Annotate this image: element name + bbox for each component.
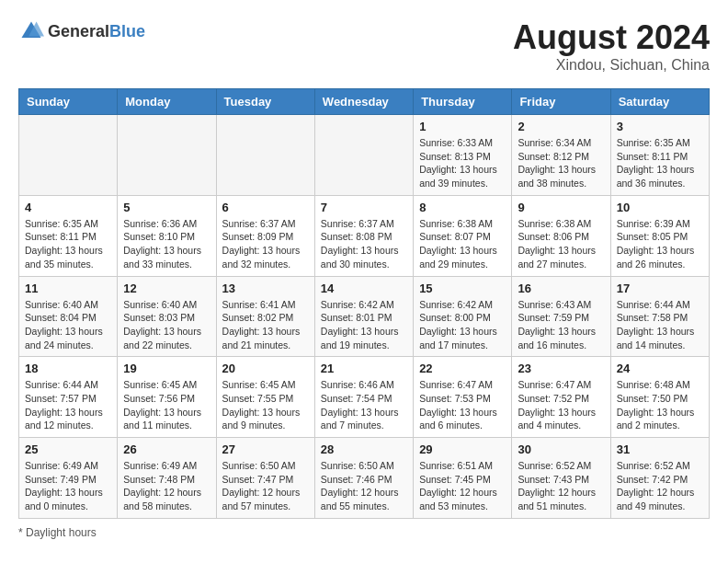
week-row-1: 1Sunrise: 6:33 AM Sunset: 8:13 PM Daylig… [19,115,710,196]
weekday-header-thursday: Thursday [414,89,512,115]
calendar-cell: 31Sunrise: 6:52 AM Sunset: 7:42 PM Dayli… [610,438,709,519]
calendar-cell: 17Sunrise: 6:44 AM Sunset: 7:58 PM Dayli… [610,276,709,357]
day-info: Sunrise: 6:36 AM Sunset: 8:10 PM Dayligh… [123,217,210,271]
day-number: 5 [123,201,210,214]
weekday-header-friday: Friday [512,89,610,115]
day-info: Sunrise: 6:38 AM Sunset: 8:07 PM Dayligh… [419,217,506,271]
day-number: 2 [518,120,604,133]
day-info: Sunrise: 6:42 AM Sunset: 8:01 PM Dayligh… [321,298,407,352]
weekday-header-saturday: Saturday [610,89,709,115]
calendar-cell: 19Sunrise: 6:45 AM Sunset: 7:56 PM Dayli… [118,357,216,438]
day-number: 14 [321,282,407,295]
calendar-cell: 18Sunrise: 6:44 AM Sunset: 7:57 PM Dayli… [19,357,118,438]
calendar-cell: 4Sunrise: 6:35 AM Sunset: 8:11 PM Daylig… [19,195,118,276]
day-number: 15 [419,282,506,295]
day-info: Sunrise: 6:51 AM Sunset: 7:45 PM Dayligh… [419,459,506,513]
day-number: 26 [123,442,210,456]
calendar-cell: 3Sunrise: 6:35 AM Sunset: 8:11 PM Daylig… [610,115,709,196]
day-info: Sunrise: 6:45 AM Sunset: 7:56 PM Dayligh… [123,378,210,432]
calendar-cell: 1Sunrise: 6:33 AM Sunset: 8:13 PM Daylig… [414,115,512,196]
month-year-title: August 2024 [513,18,710,57]
day-number: 9 [518,201,604,214]
calendar-cell: 23Sunrise: 6:47 AM Sunset: 7:52 PM Dayli… [512,357,610,438]
day-info: Sunrise: 6:49 AM Sunset: 7:49 PM Dayligh… [25,459,111,513]
week-row-3: 11Sunrise: 6:40 AM Sunset: 8:04 PM Dayli… [19,276,710,357]
day-number: 8 [419,201,506,214]
day-number: 20 [222,362,309,375]
calendar-cell: 21Sunrise: 6:46 AM Sunset: 7:54 PM Dayli… [314,357,413,438]
calendar-cell [314,115,413,196]
day-info: Sunrise: 6:35 AM Sunset: 8:11 PM Dayligh… [25,217,111,271]
calendar-cell: 30Sunrise: 6:52 AM Sunset: 7:43 PM Dayli… [512,438,610,519]
day-info: Sunrise: 6:43 AM Sunset: 7:59 PM Dayligh… [518,298,604,352]
calendar-cell [118,115,216,196]
calendar-cell: 5Sunrise: 6:36 AM Sunset: 8:10 PM Daylig… [118,195,216,276]
weekday-header-monday: Monday [118,89,216,115]
day-info: Sunrise: 6:44 AM Sunset: 7:57 PM Dayligh… [25,378,111,432]
calendar-cell: 24Sunrise: 6:48 AM Sunset: 7:50 PM Dayli… [610,357,709,438]
day-number: 10 [617,201,703,214]
day-info: Sunrise: 6:45 AM Sunset: 7:55 PM Dayligh… [222,378,309,432]
calendar-cell: 12Sunrise: 6:40 AM Sunset: 8:03 PM Dayli… [118,276,216,357]
calendar-cell: 13Sunrise: 6:41 AM Sunset: 8:02 PM Dayli… [216,276,314,357]
day-number: 11 [25,282,111,295]
day-number: 30 [518,442,604,456]
day-number: 25 [25,442,111,456]
day-number: 31 [617,442,703,456]
footer-note: * Daylight hours [18,526,710,539]
logo-general: General [48,22,109,40]
day-number: 22 [419,362,506,375]
day-number: 24 [617,362,703,375]
day-info: Sunrise: 6:39 AM Sunset: 8:05 PM Dayligh… [617,217,703,271]
week-row-5: 25Sunrise: 6:49 AM Sunset: 7:49 PM Dayli… [19,438,710,519]
calendar-table: SundayMondayTuesdayWednesdayThursdayFrid… [18,88,710,519]
day-number: 19 [123,362,210,375]
day-info: Sunrise: 6:34 AM Sunset: 8:12 PM Dayligh… [518,136,604,190]
calendar-cell: 25Sunrise: 6:49 AM Sunset: 7:49 PM Dayli… [19,438,118,519]
day-info: Sunrise: 6:40 AM Sunset: 8:04 PM Dayligh… [25,298,111,352]
day-number: 7 [321,201,407,214]
day-number: 12 [123,282,210,295]
day-number: 4 [25,201,111,214]
calendar-cell: 29Sunrise: 6:51 AM Sunset: 7:45 PM Dayli… [414,438,512,519]
footer-note-text: Daylight hours [26,526,97,539]
day-info: Sunrise: 6:52 AM Sunset: 7:42 PM Dayligh… [617,459,703,513]
day-number: 17 [617,282,703,295]
calendar-cell: 28Sunrise: 6:50 AM Sunset: 7:46 PM Dayli… [314,438,413,519]
logo-blue: Blue [109,22,145,40]
logo: GeneralBlue [18,18,145,44]
day-info: Sunrise: 6:37 AM Sunset: 8:08 PM Dayligh… [321,217,407,271]
calendar-cell: 16Sunrise: 6:43 AM Sunset: 7:59 PM Dayli… [512,276,610,357]
calendar-cell [19,115,118,196]
week-row-4: 18Sunrise: 6:44 AM Sunset: 7:57 PM Dayli… [19,357,710,438]
day-info: Sunrise: 6:38 AM Sunset: 8:06 PM Dayligh… [518,217,604,271]
calendar-cell: 9Sunrise: 6:38 AM Sunset: 8:06 PM Daylig… [512,195,610,276]
day-info: Sunrise: 6:52 AM Sunset: 7:43 PM Dayligh… [518,459,604,513]
calendar-cell: 7Sunrise: 6:37 AM Sunset: 8:08 PM Daylig… [314,195,413,276]
location-subtitle: Xindou, Sichuan, China [513,57,710,74]
day-number: 21 [321,362,407,375]
day-info: Sunrise: 6:49 AM Sunset: 7:48 PM Dayligh… [123,459,210,513]
calendar-cell: 6Sunrise: 6:37 AM Sunset: 8:09 PM Daylig… [216,195,314,276]
day-number: 23 [518,362,604,375]
day-number: 13 [222,282,309,295]
day-info: Sunrise: 6:33 AM Sunset: 8:13 PM Dayligh… [419,136,506,190]
calendar-cell: 15Sunrise: 6:42 AM Sunset: 8:00 PM Dayli… [414,276,512,357]
day-number: 27 [222,442,309,456]
calendar-cell: 14Sunrise: 6:42 AM Sunset: 8:01 PM Dayli… [314,276,413,357]
day-info: Sunrise: 6:42 AM Sunset: 8:00 PM Dayligh… [419,298,506,352]
title-block: August 2024 Xindou, Sichuan, China [513,18,710,74]
calendar-cell: 26Sunrise: 6:49 AM Sunset: 7:48 PM Dayli… [118,438,216,519]
page-header: GeneralBlue August 2024 Xindou, Sichuan,… [18,18,710,74]
logo-icon [18,18,44,44]
weekday-header-row: SundayMondayTuesdayWednesdayThursdayFrid… [19,89,710,115]
weekday-header-wednesday: Wednesday [314,89,413,115]
calendar-cell: 8Sunrise: 6:38 AM Sunset: 8:07 PM Daylig… [414,195,512,276]
day-number: 18 [25,362,111,375]
calendar-cell: 27Sunrise: 6:50 AM Sunset: 7:47 PM Dayli… [216,438,314,519]
day-number: 28 [321,442,407,456]
calendar-cell: 20Sunrise: 6:45 AM Sunset: 7:55 PM Dayli… [216,357,314,438]
day-number: 1 [419,120,506,133]
day-number: 6 [222,201,309,214]
day-info: Sunrise: 6:37 AM Sunset: 8:09 PM Dayligh… [222,217,309,271]
